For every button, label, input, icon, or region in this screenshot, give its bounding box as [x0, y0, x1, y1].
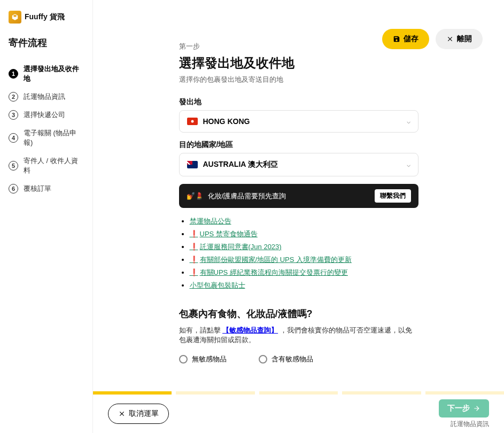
- cancel-order-button[interactable]: 取消運單: [108, 404, 169, 424]
- top-actions: 儲存 離開: [382, 29, 483, 49]
- origin-select[interactable]: HONG KONG ⌵: [179, 110, 418, 133]
- notice-link-item: 小型包裹包裝貼士: [190, 281, 418, 290]
- next-button[interactable]: 下一步: [439, 399, 489, 417]
- notice-link-item: UPS 禁寄食物通告: [190, 229, 418, 239]
- step-number: 3: [9, 110, 18, 120]
- next-step-hint: 託運物品資訊: [451, 420, 489, 429]
- step-number: 2: [9, 92, 18, 102]
- step-number: 4: [9, 133, 18, 143]
- sensitive-section-desc: 如有，請點擊 【敏感物品查詢】 ，我們會核實你的物品可否空運速遞，以免包裹遭海關…: [179, 326, 418, 345]
- destination-label: 目的地國家/地區: [179, 140, 418, 150]
- links-list: 禁運物品公告UPS 禁寄食物通告託運服務同意書(Jun 2023)有關部份歐盟國…: [179, 216, 418, 290]
- flag-hk-icon: [187, 118, 198, 125]
- step-item-4[interactable]: 4電子報關 (物品申報): [9, 124, 84, 152]
- step-number: 1: [9, 69, 18, 79]
- notice-link[interactable]: 禁運物品公告: [190, 217, 231, 225]
- notice-link-item: 有關UPS 經紀業務流程向海關提交發票行的變更: [190, 268, 418, 277]
- cosmetics-icon: 💅💄: [187, 192, 204, 200]
- notice-link-item: 禁運物品公告: [190, 216, 418, 226]
- step-label: 選擇快遞公司: [24, 110, 65, 120]
- logo-icon: [9, 11, 21, 24]
- radio-has-sensitive[interactable]: 含有敏感物品: [259, 354, 313, 364]
- flag-au-icon: [187, 161, 198, 168]
- logo-text: Fuuffy 貨飛: [25, 12, 65, 22]
- step-item-6[interactable]: 6覆核訂單: [9, 180, 84, 198]
- contact-button[interactable]: 聯繫我們: [375, 189, 411, 203]
- exit-label: 離開: [457, 34, 472, 44]
- page-title: 選擇發出地及收件地: [179, 55, 418, 72]
- notice-link[interactable]: 小型包裹包裝貼士: [190, 281, 245, 289]
- save-label: 儲存: [404, 34, 418, 44]
- step-label: 覆核訂單: [24, 184, 51, 194]
- step-list: 1選擇發出地及收件地2託運物品資訊3選擇快遞公司4電子報關 (物品申報)5寄件人…: [9, 60, 84, 198]
- radio-no-sensitive[interactable]: 無敏感物品: [179, 354, 227, 364]
- notice-link[interactable]: UPS 禁寄食物通告: [190, 230, 258, 238]
- exit-button[interactable]: 離開: [436, 29, 483, 49]
- sidebar-title: 寄件流程: [9, 36, 84, 49]
- logo: Fuuffy 貨飛: [9, 11, 84, 24]
- arrow-right-icon: [473, 405, 480, 412]
- notice-link-item: 有關部份歐盟國家/地區的 UPS 入境準備費的更新: [190, 255, 418, 265]
- step-item-2[interactable]: 2託運物品資訊: [9, 88, 84, 106]
- step-item-3[interactable]: 3選擇快遞公司: [9, 106, 84, 124]
- content: 第一步 選擇發出地及收件地 選擇你的包裹發出地及寄送目的地 發出地 HONG K…: [179, 0, 418, 385]
- step-label: 電子報關 (物品申報): [24, 128, 84, 148]
- sensitive-section-title: 包裹內有食物、化妝品/液體嗎?: [179, 307, 418, 320]
- step-label: 託運物品資訊: [24, 92, 65, 102]
- notice-link[interactable]: 託運服務同意書(Jun 2023): [190, 243, 282, 251]
- footer-right: 下一步 託運物品資訊: [439, 399, 489, 429]
- notice-link-item: 託運服務同意書(Jun 2023): [190, 242, 418, 252]
- destination-select[interactable]: AUSTRALIA 澳大利亞 ⌵: [179, 153, 418, 176]
- origin-label: 發出地: [179, 97, 418, 107]
- save-button[interactable]: 儲存: [382, 29, 429, 49]
- chevron-down-icon: ⌵: [407, 161, 410, 168]
- radio-icon: [179, 355, 188, 364]
- step-label: 選擇發出地及收件地: [24, 64, 84, 83]
- sensitive-inquiry-link[interactable]: 【敏感物品查詢】: [222, 326, 278, 334]
- close-icon: [446, 35, 454, 43]
- notice-link[interactable]: 有關部份歐盟國家/地區的 UPS 入境準備費的更新: [190, 256, 352, 264]
- step-item-5[interactable]: 5寄件人 / 收件人資料: [9, 152, 84, 180]
- origin-value: HONG KONG: [203, 117, 250, 126]
- notice-link[interactable]: 有關UPS 經紀業務流程向海關提交發票行的變更: [190, 268, 348, 276]
- destination-value: AUSTRALIA 澳大利亞: [203, 160, 278, 169]
- page-subtitle: 選擇你的包裹發出地及寄送目的地: [179, 75, 418, 84]
- close-icon: [118, 410, 126, 417]
- sensitive-radio-group: 無敏感物品 含有敏感物品: [179, 354, 418, 364]
- cosmetics-notice: 💅💄 化妝/護膚品需要預先查詢 聯繫我們: [179, 184, 418, 208]
- main-area: 儲存 離開 第一步 選擇發出地及收件地 選擇你的包裹發出地及寄送目的地 發出地 …: [93, 0, 504, 395]
- notice-text: 化妝/護膚品需要預先查詢: [208, 191, 286, 201]
- sidebar: Fuuffy 貨飛 寄件流程 1選擇發出地及收件地2託運物品資訊3選擇快遞公司4…: [0, 0, 93, 433]
- step-number: 6: [9, 184, 18, 194]
- step-label: 寄件人 / 收件人資料: [24, 156, 84, 175]
- save-icon: [393, 35, 400, 43]
- chevron-down-icon: ⌵: [407, 118, 410, 125]
- step-item-1[interactable]: 1選擇發出地及收件地: [9, 60, 84, 88]
- step-number: 5: [9, 161, 18, 171]
- footer: 取消運單 下一步 託運物品資訊: [93, 395, 504, 433]
- radio-icon: [259, 355, 267, 364]
